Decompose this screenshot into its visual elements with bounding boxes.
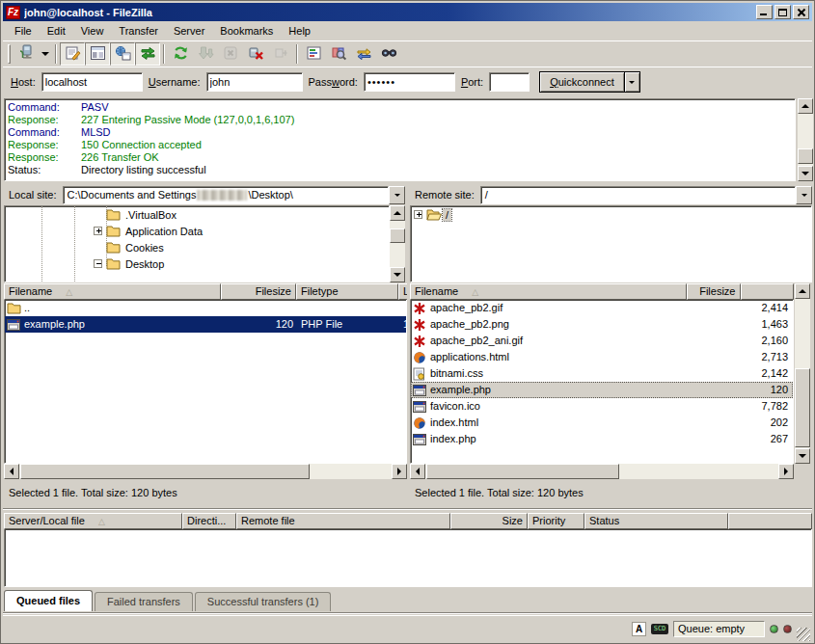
cancel-operation-button[interactable]: [218, 42, 243, 66]
scroll-down-button[interactable]: [798, 166, 813, 181]
column-header-filesize[interactable]: Filesize: [687, 283, 741, 300]
column-header-filetype[interactable]: Filetype: [296, 283, 398, 300]
activity-led-send: [783, 625, 792, 633]
remote-tree-item[interactable]: /: [411, 206, 811, 223]
local-tree-item[interactable]: Application Data: [5, 223, 389, 239]
toolbar-grip[interactable]: [8, 44, 11, 64]
menu-view[interactable]: View: [73, 23, 112, 39]
scroll-up-button[interactable]: [390, 205, 405, 221]
scroll-thumb[interactable]: [798, 148, 813, 164]
toggle-remote-tree-button[interactable]: [110, 42, 135, 66]
quickconnect-button[interactable]: Quickconnect: [539, 71, 625, 93]
column-header-filename[interactable]: Filename△: [410, 283, 687, 300]
tree-expander-minus[interactable]: [94, 259, 102, 268]
remote-site-dropdown[interactable]: [796, 186, 812, 204]
quickconnect-dropdown[interactable]: [625, 71, 640, 93]
process-queue-button[interactable]: [193, 42, 218, 66]
toggle-local-tree-button[interactable]: [85, 42, 110, 66]
password-input[interactable]: [364, 72, 455, 92]
tab-failed-transfers[interactable]: Failed transfers: [95, 592, 193, 611]
column-header-filesize[interactable]: Filesize: [221, 283, 296, 300]
statusbar: A SCD Queue: empty: [3, 615, 812, 641]
column-header-filename[interactable]: Filename△: [4, 283, 221, 300]
local-site-label: Local site:: [4, 189, 63, 201]
find-files-button[interactable]: [376, 42, 401, 66]
host-input[interactable]: [41, 72, 143, 92]
toggle-transfer-queue-button[interactable]: [135, 42, 160, 66]
local-file-list[interactable]: ..example.php120PHP File1: [4, 300, 407, 464]
menu-edit[interactable]: Edit: [40, 23, 73, 39]
scroll-left-button[interactable]: [4, 464, 19, 479]
file-row[interactable]: applications.html2,713: [411, 349, 793, 365]
file-row[interactable]: example.php120PHP File1: [5, 316, 406, 333]
local-site-dropdown[interactable]: [389, 186, 405, 204]
reconnect-button[interactable]: [268, 42, 293, 66]
file-row[interactable]: apache_pb2.png1,463: [411, 316, 793, 333]
local-tree[interactable]: .VirtualBoxApplication DataCookiesDeskto…: [4, 205, 390, 282]
file-row[interactable]: apache_pb2.gif2,414: [411, 300, 793, 316]
menu-server[interactable]: Server: [166, 23, 212, 39]
redacted-username: [197, 190, 247, 201]
site-manager-button[interactable]: [14, 42, 39, 66]
file-row[interactable]: index.php267: [411, 431, 793, 447]
scroll-right-button[interactable]: [392, 464, 407, 479]
column-header-status[interactable]: Status: [584, 513, 728, 529]
menu-help[interactable]: Help: [281, 23, 318, 39]
disconnect-button[interactable]: [243, 42, 268, 66]
menu-file[interactable]: File: [7, 23, 40, 39]
remote-file-list[interactable]: apache_pb2.gif2,414apache_pb2.png1,463ap…: [410, 300, 794, 464]
maximize-button[interactable]: [774, 5, 791, 19]
site-manager-dropdown-button[interactable]: [39, 42, 52, 66]
column-header-priority[interactable]: Priority: [528, 513, 584, 529]
scroll-up-button[interactable]: [795, 283, 810, 299]
minimize-button[interactable]: [756, 5, 773, 19]
tree-expander-plus[interactable]: [94, 227, 102, 235]
maximize-icon: [778, 9, 787, 16]
local-tree-item[interactable]: .VirtualBox: [5, 206, 389, 223]
local-site-combo[interactable]: C:\Documents and Settings\Desktop\: [63, 186, 389, 204]
file-row[interactable]: example.php120: [411, 382, 793, 398]
file-row[interactable]: ..: [5, 300, 406, 316]
column-header-l[interactable]: L: [398, 283, 407, 300]
column-header-directi-[interactable]: Directi...: [182, 513, 236, 529]
scroll-down-button[interactable]: [390, 267, 405, 282]
menu-bookmarks[interactable]: Bookmarks: [212, 23, 281, 39]
refresh-button[interactable]: [168, 42, 193, 66]
arrow-left-icon: [412, 468, 420, 475]
local-tree-item[interactable]: Desktop: [5, 255, 389, 272]
file-row[interactable]: index.html202: [411, 415, 793, 431]
file-row[interactable]: bitnami.css2,142: [411, 365, 793, 382]
tree-item-label: .VirtualBox: [122, 209, 179, 221]
close-button[interactable]: [793, 5, 809, 19]
scroll-left-button[interactable]: [410, 464, 425, 479]
scroll-thumb[interactable]: [20, 464, 310, 479]
filename-filters-button[interactable]: [301, 42, 326, 66]
remote-tree[interactable]: /: [410, 205, 812, 282]
local-tree-item[interactable]: Cookies: [5, 239, 389, 255]
scroll-thumb[interactable]: [795, 368, 810, 447]
tree-expander-plus[interactable]: [414, 210, 422, 219]
scroll-thumb[interactable]: [390, 228, 405, 243]
file-row[interactable]: apache_pb2_ani.gif2,160: [411, 333, 793, 349]
scroll-thumb[interactable]: [426, 464, 619, 479]
scroll-up-button[interactable]: [798, 98, 813, 114]
tab-successful-transfers-1-[interactable]: Successful transfers (1): [195, 592, 332, 611]
directory-comparison-button[interactable]: [326, 42, 351, 66]
scroll-right-button[interactable]: [778, 464, 794, 479]
synchronized-browsing-button[interactable]: [351, 42, 376, 66]
column-header-server-local-file[interactable]: Server/Local file△: [4, 513, 182, 529]
queue-list[interactable]: [4, 529, 812, 587]
username-input[interactable]: [206, 72, 303, 92]
scroll-down-button[interactable]: [795, 448, 810, 464]
column-header-size[interactable]: Size: [450, 513, 528, 529]
column-header-remote-file[interactable]: Remote file: [236, 513, 450, 529]
remote-site-combo[interactable]: /: [480, 186, 796, 204]
message-log[interactable]: Command:PASVResponse:227 Entering Passiv…: [4, 98, 796, 181]
menu-transfer[interactable]: Transfer: [111, 23, 166, 39]
tab-queued-files[interactable]: Queued files: [4, 590, 93, 611]
file-name-text: index.php: [430, 431, 476, 447]
toggle-message-log-button[interactable]: [60, 42, 85, 66]
port-input[interactable]: [489, 72, 530, 92]
resize-grip[interactable]: [797, 628, 810, 641]
file-row[interactable]: favicon.ico7,782: [411, 398, 793, 415]
